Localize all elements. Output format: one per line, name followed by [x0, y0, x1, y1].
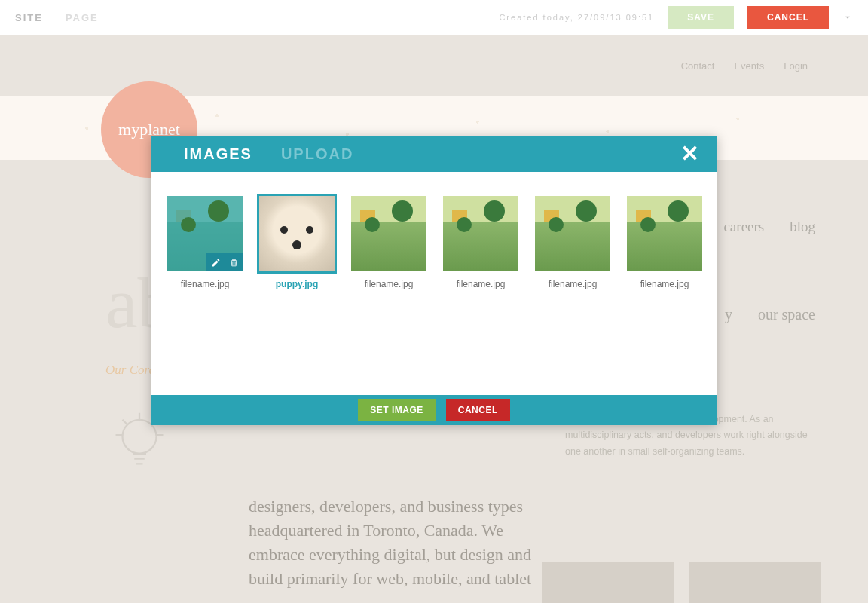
- close-icon[interactable]: ✕: [680, 146, 699, 161]
- image-thumb[interactable]: filename.jpg: [443, 196, 518, 289]
- modal-overlay: IMAGES UPLOAD ✕ filename.jpg puppy.jpg: [0, 0, 868, 603]
- set-image-button[interactable]: SET IMAGE: [358, 399, 436, 421]
- modal-footer: SET IMAGE CANCEL: [151, 395, 717, 425]
- trash-icon[interactable]: [225, 253, 243, 271]
- thumbnail-grid: filename.jpg puppy.jpg filename.jpg file…: [151, 172, 717, 395]
- image-picker-modal: IMAGES UPLOAD ✕ filename.jpg puppy.jpg: [151, 136, 717, 425]
- thumb-filename: filename.jpg: [549, 279, 598, 289]
- edit-icon[interactable]: [206, 253, 225, 271]
- thumb-filename: filename.jpg: [365, 279, 414, 289]
- thumb-filename: puppy.jpg: [276, 279, 318, 289]
- tab-images[interactable]: IMAGES: [184, 145, 252, 163]
- thumb-filename: filename.jpg: [181, 279, 230, 289]
- image-thumb[interactable]: puppy.jpg: [259, 196, 335, 289]
- modal-header: IMAGES UPLOAD ✕: [151, 136, 717, 172]
- tab-upload[interactable]: UPLOAD: [281, 145, 353, 163]
- image-thumb[interactable]: filename.jpg: [535, 196, 610, 289]
- thumb-filename: filename.jpg: [640, 279, 689, 289]
- image-thumb[interactable]: filename.jpg: [351, 196, 426, 289]
- thumb-filename: filename.jpg: [457, 279, 506, 289]
- image-thumb[interactable]: filename.jpg: [167, 196, 243, 289]
- image-thumb[interactable]: filename.jpg: [627, 196, 702, 289]
- modal-cancel-button[interactable]: CANCEL: [446, 399, 510, 421]
